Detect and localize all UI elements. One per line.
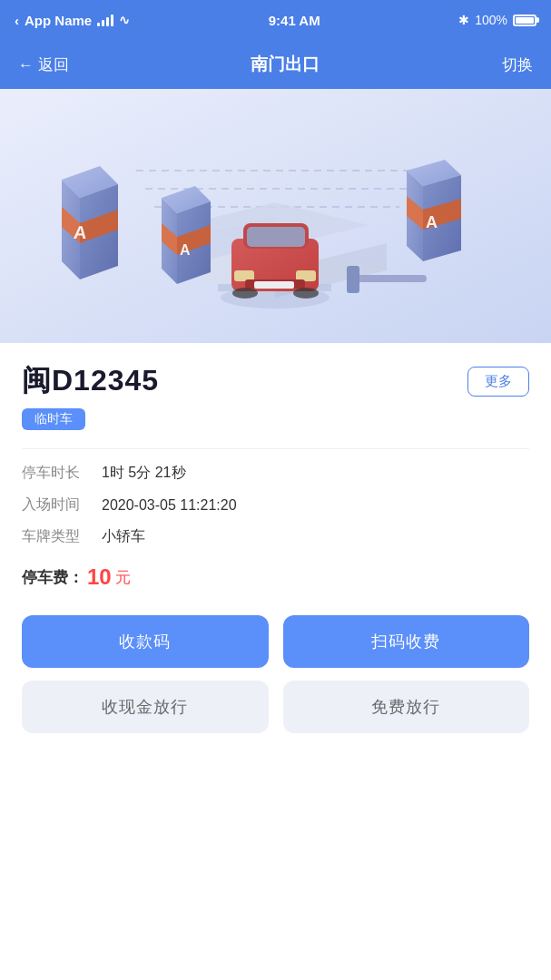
fee-row: 停车费： 10 元 <box>22 564 529 590</box>
switch-button[interactable]: 切换 <box>502 54 533 75</box>
vehicle-type-label: 车牌类型 <box>22 527 94 546</box>
battery-icon <box>513 15 536 26</box>
content-area: 闽D12345 更多 临时车 停车时长 1时 5分 21秒 入场时间 2020-… <box>0 343 551 773</box>
plate-number: 闽D12345 <box>22 361 159 401</box>
fee-unit: 元 <box>115 567 131 588</box>
vehicle-tag: 临时车 <box>22 408 85 430</box>
nav-title: 南门出口 <box>251 53 320 76</box>
scan-pay-button[interactable]: 扫码收费 <box>283 615 530 668</box>
qr-code-button[interactable]: 收款码 <box>22 615 269 668</box>
duration-label: 停车时长 <box>22 464 94 483</box>
svg-point-40 <box>232 288 258 299</box>
back-chevron-icon: ‹ <box>15 13 19 28</box>
svg-text:A: A <box>73 222 87 242</box>
svg-point-41 <box>293 288 319 299</box>
status-time: 9:41 AM <box>269 13 320 28</box>
vehicle-type-value: 小轿车 <box>102 527 145 546</box>
more-button[interactable]: 更多 <box>467 367 529 397</box>
svg-rect-39 <box>254 281 294 289</box>
fee-label: 停车费： <box>22 567 84 588</box>
svg-rect-30 <box>354 275 427 282</box>
bluetooth-icon: ‪✱ <box>458 13 469 27</box>
fee-amount: 10 <box>87 564 112 590</box>
back-button[interactable]: ← 返回 <box>18 54 69 75</box>
svg-text:A: A <box>180 242 191 258</box>
duration-row: 停车时长 1时 5分 21秒 <box>22 464 529 483</box>
secondary-btn-row: 收现金放行 免费放行 <box>22 681 529 733</box>
parking-illustration: A A A <box>0 89 551 343</box>
status-app-name: ‹ App Name ∿ <box>15 13 130 28</box>
svg-rect-31 <box>347 266 359 293</box>
svg-rect-35 <box>247 227 305 247</box>
status-right-area: ‪✱ 100% <box>458 13 536 27</box>
signal-icon <box>97 14 113 26</box>
divider-1 <box>22 448 529 449</box>
tag-row: 临时车 <box>22 408 529 430</box>
svg-text:A: A <box>426 213 438 231</box>
cash-release-button[interactable]: 收现金放行 <box>22 681 269 733</box>
entry-time-value: 2020-03-05 11:21:20 <box>102 497 237 514</box>
vehicle-type-row: 车牌类型 小轿车 <box>22 527 529 546</box>
info-list: 停车时长 1时 5分 21秒 入场时间 2020-03-05 11:21:20 … <box>22 464 529 546</box>
nav-bar: ← 返回 南门出口 切换 <box>0 40 551 89</box>
primary-btn-row: 收款码 扫码收费 <box>22 615 529 668</box>
plate-row: 闽D12345 更多 <box>22 361 529 401</box>
entry-time-label: 入场时间 <box>22 495 94 514</box>
free-release-button[interactable]: 免费放行 <box>283 681 530 733</box>
wifi-icon: ∿ <box>119 13 130 27</box>
status-bar: ‹ App Name ∿ 9:41 AM ‪✱ 100% <box>0 0 551 40</box>
entry-time-row: 入场时间 2020-03-05 11:21:20 <box>22 495 529 514</box>
duration-value: 1时 5分 21秒 <box>102 464 186 483</box>
